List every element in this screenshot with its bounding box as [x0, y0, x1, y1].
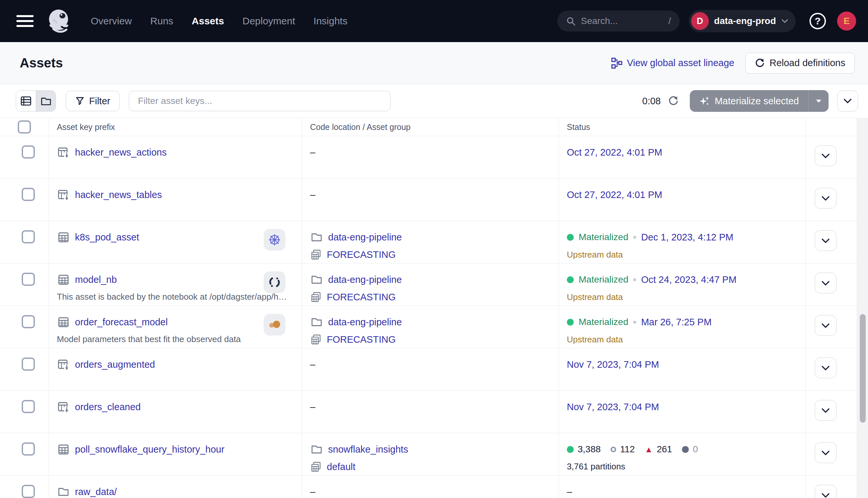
row-expand-button[interactable]: [815, 230, 837, 251]
row-expand-button[interactable]: [815, 442, 837, 463]
table-row: hacker_news_tables–Oct 27, 2022, 4:01 PM: [0, 179, 868, 221]
deployment-badge: D: [691, 12, 709, 30]
row-expand-button[interactable]: [815, 485, 837, 498]
asset-name-link[interactable]: orders_augmented: [75, 359, 155, 370]
upstream-data-label: Upstream data: [567, 291, 805, 303]
materialization-timestamp-link[interactable]: Nov 7, 2023, 7:04 PM: [567, 402, 659, 412]
asset-name-link[interactable]: hacker_news_actions: [75, 147, 167, 158]
row-expand-button[interactable]: [815, 400, 837, 421]
upstream-data-label: Upstream data: [567, 249, 805, 261]
toolbar-chevron-button[interactable]: [837, 90, 858, 112]
scrollbar-thumb[interactable]: [860, 314, 866, 423]
folder-view-icon: [40, 95, 52, 107]
asset-name-link[interactable]: order_forecast_model: [75, 317, 168, 328]
materialization-timestamp-link[interactable]: Dec 1, 2023, 4:12 PM: [641, 232, 734, 243]
column-header-asset-key: Asset key prefix: [49, 118, 302, 136]
partitions-total: 3,761 partitions: [567, 461, 805, 472]
scrollbar-track[interactable]: [857, 118, 868, 498]
asset-name-link[interactable]: hacker_news_tables: [75, 189, 162, 200]
asset-table-icon: [57, 443, 70, 456]
row-checkbox[interactable]: [22, 188, 35, 201]
deployment-name: data-eng-prod: [714, 16, 776, 26]
asset-name-link[interactable]: orders_cleaned: [75, 402, 141, 412]
folder-view-button[interactable]: [36, 91, 56, 111]
materialization-timestamp-link[interactable]: Oct 27, 2022, 4:01 PM: [567, 189, 662, 200]
row-checkbox[interactable]: [22, 315, 35, 328]
row-checkbox[interactable]: [22, 485, 35, 498]
orange-dots-icon: [267, 317, 282, 332]
flat-list-view-button[interactable]: [16, 91, 36, 111]
row-checkbox[interactable]: [22, 145, 35, 159]
asset-group-link[interactable]: FORECASTING: [327, 249, 396, 260]
materialized-label: Materialized: [579, 274, 628, 285]
materialize-options-caret[interactable]: [808, 90, 829, 112]
asset-table-icon: [57, 273, 70, 286]
lineage-icon: [611, 57, 623, 69]
asset-name-link[interactable]: k8s_pod_asset: [75, 232, 139, 243]
asset-table-arrow-icon: [57, 358, 70, 371]
global-search[interactable]: /: [557, 11, 680, 31]
upstream-data-label: Upstream data: [567, 333, 805, 345]
asset-table-icon: [57, 315, 70, 329]
nav-item-insights[interactable]: Insights: [314, 15, 348, 27]
row-checkbox[interactable]: [22, 230, 35, 244]
search-icon: [566, 16, 576, 26]
nav-item-assets[interactable]: Assets: [192, 15, 224, 27]
partition-count: 3,388: [578, 444, 601, 455]
row-checkbox[interactable]: [22, 273, 35, 286]
row-checkbox[interactable]: [22, 442, 35, 456]
row-checkbox[interactable]: [22, 400, 35, 413]
filter-asset-keys-input[interactable]: [129, 91, 391, 111]
inprogress-count-dot-icon: [682, 446, 689, 453]
code-location-link[interactable]: data-eng-pipeline: [328, 317, 402, 328]
asset-table-arrow-icon: [57, 188, 70, 201]
asset-group-link[interactable]: FORECASTING: [327, 334, 396, 345]
nav-item-overview[interactable]: Overview: [91, 15, 132, 27]
filter-button[interactable]: Filter: [66, 91, 120, 111]
table-row: orders_cleaned–Nov 7, 2023, 7:04 PM: [0, 391, 868, 433]
nav-item-runs[interactable]: Runs: [150, 15, 173, 27]
code-location-link[interactable]: snowflake_insights: [328, 444, 408, 455]
asset-name-link[interactable]: model_nb: [75, 274, 117, 285]
materialized-dot-icon: [567, 234, 574, 241]
code-location-link[interactable]: data-eng-pipeline: [328, 274, 402, 285]
help-icon[interactable]: ?: [810, 13, 826, 29]
menu-icon[interactable]: [16, 15, 34, 27]
materialization-timestamp-link[interactable]: Oct 27, 2022, 4:01 PM: [567, 147, 662, 158]
row-expand-button[interactable]: [815, 273, 837, 293]
page-header: Assets View global asset lineage Reload …: [0, 42, 868, 84]
asset-name-link[interactable]: raw_data/: [75, 486, 117, 497]
partition-count: 112: [620, 444, 635, 455]
asset-table-arrow-icon: [57, 400, 70, 414]
user-avatar[interactable]: E: [837, 12, 856, 30]
refresh-countdown: 0:08: [642, 96, 660, 107]
view-toggle: [16, 90, 56, 112]
compute-kind-badge: [264, 229, 285, 251]
compute-kind-badge: [264, 271, 285, 293]
row-expand-button[interactable]: [815, 145, 837, 166]
select-all-checkbox[interactable]: [18, 120, 31, 133]
materialize-selected-button[interactable]: Materialize selected: [690, 90, 808, 112]
table-row: poll_snowflake_query_history_hoursnowfla…: [0, 433, 868, 476]
code-location-link[interactable]: data-eng-pipeline: [328, 232, 402, 243]
asset-group-link[interactable]: default: [327, 461, 356, 472]
reload-definitions-button[interactable]: Reload definitions: [745, 53, 855, 74]
view-global-asset-lineage-link[interactable]: View global asset lineage: [611, 57, 735, 69]
materialization-timestamp-link[interactable]: Nov 7, 2023, 7:04 PM: [567, 359, 659, 370]
materialization-timestamp-link[interactable]: Oct 24, 2023, 4:47 PM: [641, 274, 736, 285]
asset-name-link[interactable]: poll_snowflake_query_history_hour: [75, 444, 225, 455]
asset-group-icon: [310, 249, 322, 261]
row-expand-button[interactable]: [815, 357, 837, 378]
deployment-switcher[interactable]: D data-eng-prod: [689, 10, 796, 32]
materialization-timestamp-link[interactable]: Mar 26, 7:25 PM: [641, 317, 711, 328]
refresh-icon[interactable]: [668, 96, 679, 106]
column-header-status: Status: [559, 118, 805, 136]
folder-icon: [57, 485, 70, 498]
row-expand-button[interactable]: [815, 188, 837, 209]
main-nav: OverviewRunsAssetsDeploymentInsights: [91, 15, 348, 27]
row-checkbox[interactable]: [22, 357, 35, 371]
row-expand-button[interactable]: [815, 315, 837, 336]
nav-item-deployment[interactable]: Deployment: [242, 15, 295, 27]
asset-group-link[interactable]: FORECASTING: [327, 292, 396, 303]
search-input[interactable]: [581, 16, 663, 26]
